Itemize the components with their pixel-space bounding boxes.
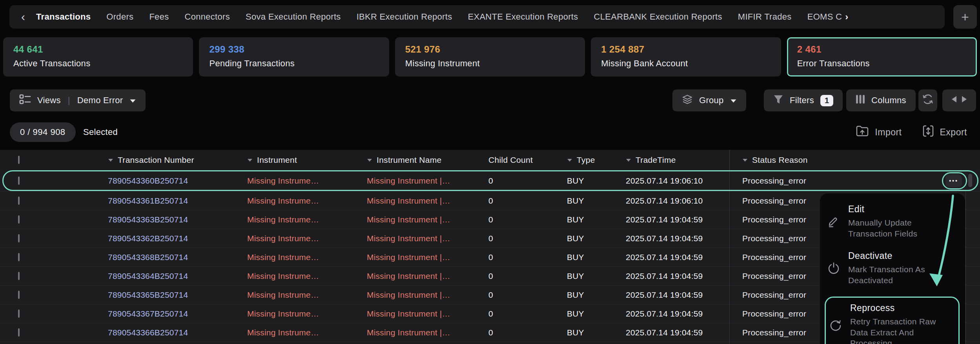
chevron-right-icon[interactable]: › — [845, 11, 848, 22]
select-all-checkbox[interactable] — [18, 156, 20, 164]
column-header-child-count[interactable]: Child Count — [481, 155, 559, 165]
power-icon — [825, 262, 842, 275]
instrument-cell: Missing Instrume… — [239, 234, 359, 243]
menu-item-title: Reprocess — [850, 303, 949, 313]
tab-exante-execution-reports[interactable]: EXANTE Execution Reports — [468, 12, 578, 22]
tab-fees[interactable]: Fees — [149, 12, 169, 22]
export-icon — [922, 125, 934, 140]
column-divider — [965, 191, 966, 344]
tab-mifir-trades[interactable]: MIFIR Trades — [738, 12, 792, 22]
pencil-icon — [825, 215, 842, 228]
type-cell: BUY — [559, 290, 618, 300]
stat-card-pending-transactions[interactable]: 299 338 Pending Transactions — [199, 37, 389, 76]
stat-card-error-transactions[interactable]: 2 461 Error Transactions — [787, 37, 977, 76]
refresh-button[interactable] — [918, 89, 937, 111]
export-button[interactable]: Export — [922, 125, 967, 140]
tab-transactions[interactable]: Transactions — [36, 12, 91, 22]
stat-card-missing-instrument[interactable]: 521 976 Missing Instrument — [395, 37, 585, 76]
cycle-icon — [827, 319, 844, 332]
filters-label: Filters — [790, 95, 814, 106]
child-count-cell: 0 — [481, 234, 559, 243]
type-cell: BUY — [559, 234, 618, 243]
row-checkbox[interactable] — [18, 197, 20, 205]
table-row[interactable]: 7890543360B250714 Missing Instrume… Miss… — [0, 170, 980, 191]
stat-cards: 44 641 Active Transactions 299 338 Pendi… — [3, 37, 977, 76]
tab-eoms[interactable]: EOMS C — [807, 12, 842, 22]
instrument-cell: Missing Instrume… — [239, 253, 359, 262]
triangle-left-icon — [951, 95, 957, 106]
tab-ibkr-execution-reports[interactable]: IBKR Execution Reports — [357, 12, 452, 22]
column-header-type[interactable]: Type — [559, 155, 618, 165]
tab-connectors[interactable]: Connectors — [184, 12, 230, 22]
refresh-icon — [922, 93, 934, 107]
filters-button[interactable]: Filters 1 — [764, 89, 843, 111]
stat-value: 1 254 887 — [601, 44, 771, 55]
tab-orders[interactable]: Orders — [106, 12, 133, 22]
instrument-name-cell: Missing Instrument |… — [359, 176, 481, 186]
tab-clearbank-execution-reports[interactable]: CLEARBANK Execution Reports — [594, 12, 722, 22]
stat-value: 44 641 — [13, 44, 183, 55]
caret-down-icon — [626, 158, 631, 162]
column-divider — [729, 150, 730, 344]
views-icon — [19, 94, 31, 107]
instrument-cell: Missing Instrume… — [239, 271, 359, 281]
tradetime-cell: 2025.07.14 19:06:10 — [618, 196, 730, 206]
child-count-cell: 0 — [481, 271, 559, 281]
tradetime-cell: 2025.07.14 19:04:59 — [618, 309, 730, 319]
stat-label: Pending Transactions — [209, 58, 379, 69]
instrument-cell: Missing Instrume… — [239, 290, 359, 300]
columns-button[interactable]: Columns — [846, 89, 916, 111]
menu-item-title: Deactivate — [848, 251, 947, 261]
views-selector-button[interactable]: Views | Demo Error — [10, 89, 146, 111]
triangle-right-icon — [961, 95, 967, 106]
instrument-name-cell: Missing Instrument |… — [359, 253, 481, 262]
column-header-instrument[interactable]: Instrument — [239, 155, 359, 165]
group-button[interactable]: Group — [672, 89, 746, 111]
row-checkbox[interactable] — [18, 253, 20, 261]
stat-card-active-transactions[interactable]: 44 641 Active Transactions — [3, 37, 193, 76]
row-checkbox[interactable] — [18, 328, 20, 337]
tradetime-cell: 2025.07.14 19:04:59 — [618, 328, 730, 337]
row-checkbox[interactable] — [18, 234, 20, 242]
menu-item-deactivate[interactable]: Deactivate Mark Transaction As Deactivat… — [820, 245, 965, 291]
add-tab-button[interactable]: + — [953, 5, 977, 29]
status-reason-cell: Processing_error — [730, 176, 980, 186]
columns-label: Columns — [871, 95, 906, 106]
tradetime-cell: 2025.07.14 19:04:59 — [618, 290, 730, 300]
row-checkbox[interactable] — [18, 177, 20, 185]
divider: | — [68, 95, 70, 106]
import-label: Import — [875, 127, 902, 138]
instrument-name-cell: Missing Instrument |… — [359, 215, 481, 224]
menu-item-reprocess[interactable]: Reprocess Retry Transaction Raw Data Ext… — [825, 297, 960, 344]
transaction-number-cell: 7890543363B250714 — [100, 215, 239, 224]
tradetime-cell: 2025.07.14 19:04:59 — [618, 271, 730, 281]
type-cell: BUY — [559, 176, 618, 186]
caret-down-icon — [742, 158, 748, 162]
selection-label: Selected — [83, 122, 118, 142]
group-label: Group — [699, 95, 724, 106]
row-checkbox[interactable] — [18, 309, 20, 318]
row-checkbox[interactable] — [18, 291, 20, 299]
row-checkbox[interactable] — [18, 215, 20, 224]
row-context-menu: Edit Manually Update Transaction Fields … — [820, 193, 965, 344]
column-header-instrument-name[interactable]: Instrument Name — [359, 155, 481, 165]
child-count-cell: 0 — [481, 215, 559, 224]
chevron-left-icon[interactable]: ‹ — [21, 11, 25, 23]
vertical-scrollbar-thumb[interactable] — [968, 174, 972, 187]
row-checkbox[interactable] — [18, 272, 20, 280]
transaction-number-cell: 7890543365B250714 — [100, 290, 239, 300]
instrument-cell: Missing Instrume… — [239, 309, 359, 319]
column-header-status-reason[interactable]: Status Reason — [730, 155, 980, 165]
child-count-cell: 0 — [481, 176, 559, 186]
page-nav-button[interactable] — [942, 89, 976, 111]
stat-card-missing-bank-account[interactable]: 1 254 887 Missing Bank Account — [591, 37, 781, 76]
row-actions-ellipsis-button[interactable]: ••• — [945, 174, 962, 187]
stat-label: Missing Instrument — [405, 58, 575, 69]
menu-item-edit[interactable]: Edit Manually Update Transaction Fields — [820, 198, 965, 245]
column-header-transaction-number[interactable]: Transaction Number — [100, 155, 239, 165]
import-button[interactable]: Import — [856, 125, 902, 140]
transactions-page: ‹ Transactions Orders Fees Connectors So… — [0, 0, 980, 344]
transaction-number-cell: 7890543368B250714 — [100, 253, 239, 262]
column-header-tradetime[interactable]: TradeTime — [618, 155, 730, 165]
tab-sova-execution-reports[interactable]: Sova Execution Reports — [246, 12, 341, 22]
